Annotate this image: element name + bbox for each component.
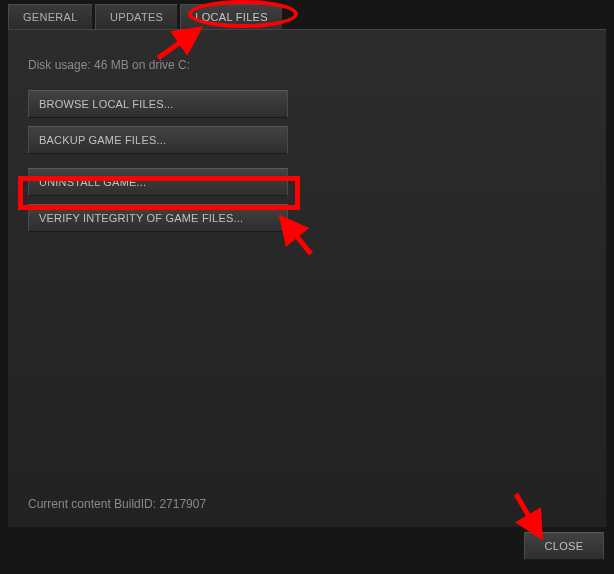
browse-local-files-button[interactable]: BROWSE LOCAL FILES... <box>28 90 288 118</box>
tab-updates[interactable]: UPDATES <box>95 4 178 29</box>
backup-game-files-button[interactable]: BACKUP GAME FILES... <box>28 126 288 154</box>
verify-integrity-button[interactable]: VERIFY INTEGRITY OF GAME FILES... <box>28 204 288 232</box>
close-button[interactable]: CLOSE <box>524 532 604 560</box>
build-id-label: Current content BuildID: 2717907 <box>28 497 206 511</box>
tabs-bar: GENERAL UPDATES LOCAL FILES <box>0 0 614 29</box>
disk-usage-label: Disk usage: 46 MB on drive C: <box>28 58 586 72</box>
uninstall-game-button[interactable]: UNINSTALL GAME... <box>28 168 288 196</box>
tab-local-files[interactable]: LOCAL FILES <box>180 4 283 29</box>
tab-general[interactable]: GENERAL <box>8 4 93 29</box>
local-files-panel: Disk usage: 46 MB on drive C: BROWSE LOC… <box>8 29 606 527</box>
